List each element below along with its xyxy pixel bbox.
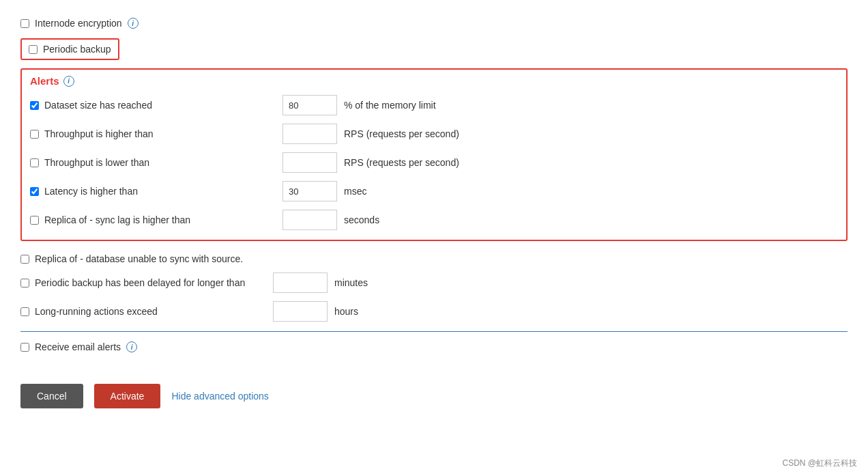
long-running-checkbox[interactable] [20, 307, 29, 316]
alert-latency-higher-checkbox[interactable] [30, 187, 39, 196]
alert-throughput-higher-unit: RPS (requests per second) [344, 128, 459, 139]
periodic-backup-label[interactable]: Periodic backup [43, 44, 111, 55]
alert-throughput-lower-input[interactable] [283, 152, 337, 173]
alert-throughput-lower-label[interactable]: Throughput is lower than [44, 157, 149, 168]
alerts-header: Alerts i [30, 75, 838, 87]
alert-item-throughput-higher: Throughput is higher than RPS (requests … [30, 120, 838, 148]
alerts-title: Alerts [30, 75, 59, 87]
alert-dataset-size-label[interactable]: Dataset size has reached [44, 100, 152, 111]
receive-email-checkbox[interactable] [20, 343, 29, 352]
alert-dataset-size-unit: % of the memory limit [344, 100, 436, 111]
hide-advanced-link[interactable]: Hide advanced options [171, 391, 268, 402]
alert-latency-higher-unit: msec [344, 186, 366, 197]
alerts-info-icon[interactable]: i [63, 76, 74, 87]
activate-button[interactable]: Activate [94, 384, 161, 408]
alerts-section: Alerts i Dataset size has reached % of t… [20, 68, 848, 241]
alert-throughput-higher-label[interactable]: Throughput is higher than [44, 128, 154, 139]
periodic-delayed-checkbox[interactable] [20, 279, 29, 288]
alert-throughput-lower-checkbox[interactable] [30, 158, 39, 167]
alert-latency-higher-input[interactable] [283, 181, 337, 201]
alert-throughput-higher-input[interactable] [283, 124, 337, 144]
alert-replica-sync-lag-label[interactable]: Replica of - sync lag is higher than [44, 214, 190, 225]
periodic-backup-box: Periodic backup [20, 38, 119, 60]
extra-row-long-running: Long-running actions exceed hours [20, 297, 848, 326]
alert-item-throughput-lower: Throughput is lower than RPS (requests p… [30, 148, 838, 177]
extra-row-periodic-delayed: Periodic backup has been delayed for lon… [20, 268, 848, 297]
long-running-input[interactable] [273, 301, 328, 322]
internode-info-icon[interactable]: i [128, 18, 139, 29]
alert-replica-sync-lag-checkbox[interactable] [30, 216, 39, 225]
internode-encryption-row: Internode encryption i [20, 14, 848, 33]
cancel-button[interactable]: Cancel [20, 384, 83, 408]
alert-item-latency-higher: Latency is higher than msec [30, 177, 838, 206]
alert-dataset-size-checkbox[interactable] [30, 101, 39, 110]
replica-unable-checkbox[interactable] [20, 255, 29, 264]
periodic-delayed-label[interactable]: Periodic backup has been delayed for lon… [35, 277, 245, 288]
alert-latency-higher-label[interactable]: Latency is higher than [44, 186, 138, 197]
alert-replica-sync-lag-input[interactable] [283, 210, 337, 230]
long-running-unit: hours [334, 306, 358, 317]
alert-throughput-lower-unit: RPS (requests per second) [344, 157, 459, 168]
alert-throughput-higher-checkbox[interactable] [30, 130, 39, 139]
receive-email-row: Receive email alerts i [20, 337, 848, 356]
alert-item-dataset-size: Dataset size has reached % of the memory… [30, 91, 838, 120]
section-divider [20, 331, 848, 332]
alert-dataset-size-input[interactable] [283, 95, 337, 115]
extra-row-replica-unable: Replica of - database unable to sync wit… [20, 249, 848, 268]
footer: Cancel Activate Hide advanced options [20, 373, 848, 408]
periodic-backup-checkbox[interactable] [29, 45, 38, 54]
long-running-label[interactable]: Long-running actions exceed [35, 306, 158, 317]
internode-encryption-label[interactable]: Internode encryption [35, 18, 122, 29]
alert-item-replica-sync-lag: Replica of - sync lag is higher than sec… [30, 206, 838, 234]
receive-email-info-icon[interactable]: i [126, 341, 137, 352]
periodic-delayed-input[interactable] [273, 272, 328, 293]
alert-replica-sync-lag-unit: seconds [344, 214, 379, 225]
periodic-delayed-unit: minutes [334, 277, 368, 288]
internode-encryption-checkbox[interactable] [20, 19, 29, 28]
receive-email-label[interactable]: Receive email alerts [35, 341, 121, 352]
replica-unable-label[interactable]: Replica of - database unable to sync wit… [35, 253, 243, 264]
